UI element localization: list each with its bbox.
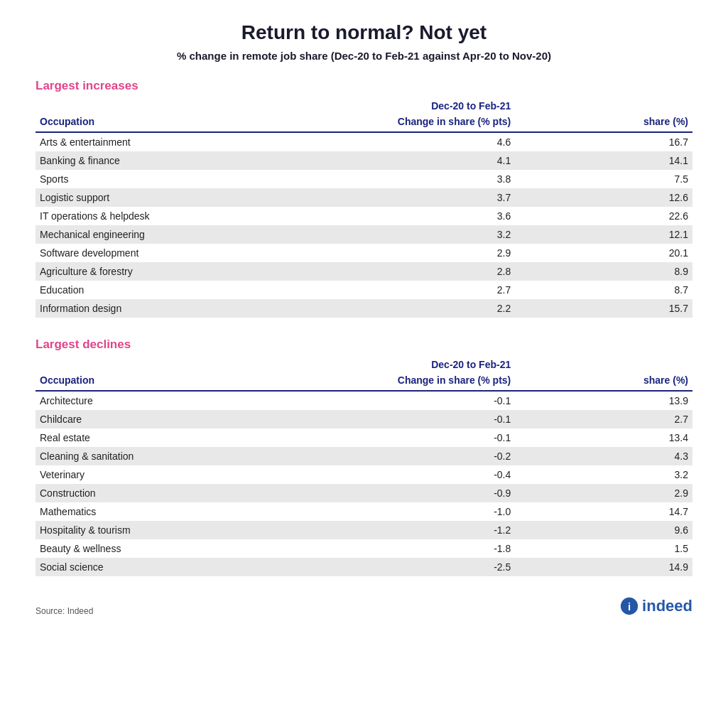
table-row: Sports 3.8 7.5 [36,170,692,188]
list-item: 22.6 [515,207,692,225]
list-item: 4.6 [298,132,515,151]
table-row: Arts & entertainment 4.6 16.7 [36,132,692,151]
list-item: 12.6 [515,188,692,207]
list-item: -2.5 [298,558,515,576]
table-row: Construction -0.9 2.9 [36,484,692,502]
list-item: 14.9 [515,558,692,576]
list-item: Veterinary [36,465,298,484]
list-item: 7.5 [515,170,692,188]
list-item: Agriculture & forestry [36,262,298,281]
list-item: 4.1 [298,151,515,170]
list-item: Mathematics [36,502,298,521]
list-item: Construction [36,484,298,502]
table-row: Mathematics -1.0 14.7 [36,502,692,521]
list-item: 2.9 [298,244,515,262]
list-item: IT operations & helpdesk [36,207,298,225]
list-item: 13.4 [515,428,692,447]
list-item: -0.2 [298,447,515,465]
declines-pre-header: Dec-20 to Feb-21 [298,359,515,372]
col-change-header-dec: Change in share (% pts) [298,372,515,391]
list-item: 20.1 [515,244,692,262]
table-row: Software development 2.9 20.1 [36,244,692,262]
table-row: Banking & finance 4.1 14.1 [36,151,692,170]
list-item: 9.6 [515,521,692,539]
list-item: 8.9 [515,262,692,281]
list-item: 3.7 [298,188,515,207]
list-item: Logistic support [36,188,298,207]
indeed-logo-icon: i [619,596,639,616]
increases-table: Dec-20 to Feb-21 Occupation Change in sh… [36,100,692,318]
list-item: 3.2 [298,225,515,244]
list-item: -1.8 [298,539,515,558]
list-item: 13.9 [515,391,692,410]
list-item: 2.9 [515,484,692,502]
table-row: Mechanical engineering 3.2 12.1 [36,225,692,244]
col-share-header-inc: share (%) [515,113,692,132]
list-item: Software development [36,244,298,262]
list-item: Real estate [36,428,298,447]
list-item: Information design [36,299,298,318]
list-item: 12.1 [515,225,692,244]
list-item: 2.7 [515,410,692,428]
list-item: Mechanical engineering [36,225,298,244]
list-item: -0.1 [298,410,515,428]
indeed-logo: i indeed [619,596,692,616]
table-row: Beauty & wellness -1.8 1.5 [36,539,692,558]
source-text: Source: Indeed [36,606,93,616]
table-row: Agriculture & forestry 2.8 8.9 [36,262,692,281]
section-declines-title: Largest declines [36,338,692,352]
list-item: Childcare [36,410,298,428]
footer: Source: Indeed i indeed [36,596,692,616]
list-item: 14.1 [515,151,692,170]
list-item: Banking & finance [36,151,298,170]
col-occupation-header-dec: Occupation [36,372,298,391]
list-item: -0.9 [298,484,515,502]
list-item: 8.7 [515,281,692,299]
col-change-header-inc: Change in share (% pts) [298,113,515,132]
table-row: Hospitality & tourism -1.2 9.6 [36,521,692,539]
list-item: 14.7 [515,502,692,521]
list-item: -0.1 [298,428,515,447]
table-row: Social science -2.5 14.9 [36,558,692,576]
indeed-logo-text: indeed [642,597,692,615]
list-item: Arts & entertainment [36,132,298,151]
subtitle: % change in remote job share (Dec-20 to … [36,50,692,62]
list-item: Cleaning & sanitation [36,447,298,465]
list-item: 1.5 [515,539,692,558]
list-item: 16.7 [515,132,692,151]
table-row: Veterinary -0.4 3.2 [36,465,692,484]
col-share-header-dec: share (%) [515,372,692,391]
list-item: -1.2 [298,521,515,539]
table-row: Cleaning & sanitation -0.2 4.3 [36,447,692,465]
increases-pre-header: Dec-20 to Feb-21 [298,100,515,113]
list-item: 3.8 [298,170,515,188]
table-row: Information design 2.2 15.7 [36,299,692,318]
list-item: Hospitality & tourism [36,521,298,539]
list-item: 2.2 [298,299,515,318]
list-item: Social science [36,558,298,576]
list-item: Architecture [36,391,298,410]
list-item: -1.0 [298,502,515,521]
table-row: Real estate -0.1 13.4 [36,428,692,447]
table-row: IT operations & helpdesk 3.6 22.6 [36,207,692,225]
col-occupation-header-inc: Occupation [36,113,298,132]
list-item: Beauty & wellness [36,539,298,558]
table-row: Logistic support 3.7 12.6 [36,188,692,207]
svg-text:i: i [628,600,631,613]
list-item: 3.6 [298,207,515,225]
declines-table: Dec-20 to Feb-21 Occupation Change in sh… [36,359,692,576]
main-title: Return to normal? Not yet [36,21,692,44]
list-item: -0.1 [298,391,515,410]
list-item: 2.8 [298,262,515,281]
list-item: Sports [36,170,298,188]
section-increases-title: Largest increases [36,79,692,93]
list-item: 2.7 [298,281,515,299]
list-item: 4.3 [515,447,692,465]
list-item: 15.7 [515,299,692,318]
table-row: Education 2.7 8.7 [36,281,692,299]
list-item: -0.4 [298,465,515,484]
table-row: Childcare -0.1 2.7 [36,410,692,428]
list-item: Education [36,281,298,299]
table-row: Architecture -0.1 13.9 [36,391,692,410]
list-item: 3.2 [515,465,692,484]
